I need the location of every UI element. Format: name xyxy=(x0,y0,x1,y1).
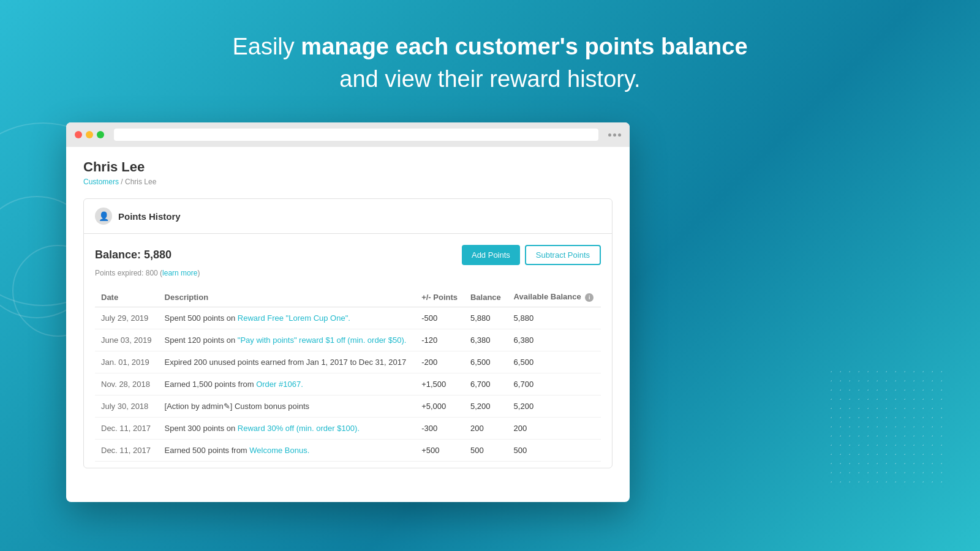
browser-titlebar xyxy=(66,122,630,147)
desc-link[interactable]: Reward Free "Lorem Cup One". xyxy=(238,313,350,323)
hero-line2: and view their reward history. xyxy=(0,63,980,96)
cell-date: Jan. 01, 2019 xyxy=(95,351,159,373)
cell-date: Dec. 11, 2017 xyxy=(95,418,159,440)
table-row: Dec. 11, 2017Spent 300 points on Reward … xyxy=(95,418,601,440)
col-desc: Description xyxy=(159,287,416,307)
browser-dot-yellow xyxy=(86,131,93,138)
table-row: July 30, 2018[Action by admin✎] Custom b… xyxy=(95,395,601,418)
cell-points: +5,000 xyxy=(415,395,464,418)
menu-dot-3 xyxy=(618,133,621,137)
browser-dot-red xyxy=(75,131,82,138)
avail-info-icon: i xyxy=(585,293,594,302)
add-points-button[interactable]: Add Points xyxy=(462,245,520,265)
cell-desc: Spent 500 points on Reward Free "Lorem C… xyxy=(159,307,416,329)
learn-more-link[interactable]: learn more xyxy=(162,269,197,277)
browser-dot-green xyxy=(97,131,104,138)
cell-points: +500 xyxy=(415,440,464,462)
points-table: Date Description +/- Points Balance Avai… xyxy=(95,287,601,462)
subtract-points-button[interactable]: Subtract Points xyxy=(525,245,601,265)
cell-desc: Earned 500 points from Welcome Bonus. xyxy=(159,440,416,462)
table-row: Jan. 01, 2019Expired 200 unused points e… xyxy=(95,351,601,373)
cell-balance: 5,200 xyxy=(464,395,508,418)
cell-desc: Spent 300 points on Reward 30% off (min.… xyxy=(159,418,416,440)
menu-dot-1 xyxy=(608,133,611,137)
desc-link[interactable]: Welcome Bonus. xyxy=(249,446,309,455)
cell-desc: [Action by admin✎] Custom bonus points xyxy=(159,395,416,418)
table-row: June 03, 2019Spent 120 points on "Pay wi… xyxy=(95,329,601,351)
points-btn-group: Add Points Subtract Points xyxy=(462,245,601,265)
cell-balance: 6,380 xyxy=(464,329,508,351)
balance-text: Balance: 5,880 xyxy=(95,249,172,261)
browser-address-bar xyxy=(114,129,598,141)
cell-date: June 03, 2019 xyxy=(95,329,159,351)
cell-avail: 200 xyxy=(508,418,601,440)
cell-avail: 6,380 xyxy=(508,329,601,351)
breadcrumb-current: Chris Lee xyxy=(125,178,156,186)
hero-line1-bold: manage each customer's points balance xyxy=(301,34,747,59)
menu-dot-2 xyxy=(613,133,616,137)
breadcrumb: Customers / Chris Lee xyxy=(83,178,612,186)
breadcrumb-parent[interactable]: Customers xyxy=(83,178,119,186)
browser-window: Chris Lee Customers / Chris Lee 👤 Points… xyxy=(66,122,630,502)
cell-balance: 6,500 xyxy=(464,351,508,373)
table-row: July 29, 2019Spent 500 points on Reward … xyxy=(95,307,601,329)
cell-avail: 5,200 xyxy=(508,395,601,418)
card-title: Points History xyxy=(118,211,181,222)
cell-desc: Earned 1,500 points from Order #1067. xyxy=(159,373,416,395)
hero-line1-normal: Easily xyxy=(232,34,301,59)
card-body: Balance: 5,880 Add Points Subtract Point… xyxy=(84,234,612,468)
table-row: Nov. 28, 2018Earned 1,500 points from Or… xyxy=(95,373,601,395)
cell-date: July 30, 2018 xyxy=(95,395,159,418)
page-title: Chris Lee xyxy=(83,159,612,175)
cell-avail: 6,500 xyxy=(508,351,601,373)
cell-avail: 6,700 xyxy=(508,373,601,395)
browser-content: Chris Lee Customers / Chris Lee 👤 Points… xyxy=(66,147,630,481)
col-balance: Balance xyxy=(464,287,508,307)
desc-link[interactable]: "Pay with points" reward $1 off (min. or… xyxy=(238,335,407,345)
user-icon: 👤 xyxy=(95,208,112,225)
cell-points: -120 xyxy=(415,329,464,351)
cell-avail: 5,880 xyxy=(508,307,601,329)
desc-link[interactable]: Reward 30% off (min. order $100). xyxy=(238,424,360,433)
cell-desc: Expired 200 unused points earned from Ja… xyxy=(159,351,416,373)
hero-section: Easily manage each customer's points bal… xyxy=(0,0,980,96)
points-history-card: 👤 Points History Balance: 5,880 Add Poin… xyxy=(83,198,612,468)
table-row: Dec. 11, 2017Earned 500 points from Welc… xyxy=(95,440,601,462)
cell-balance: 500 xyxy=(464,440,508,462)
col-avail: Available Balance i xyxy=(508,287,601,307)
cell-balance: 200 xyxy=(464,418,508,440)
cell-desc: Spent 120 points on "Pay with points" re… xyxy=(159,329,416,351)
col-points: +/- Points xyxy=(415,287,464,307)
cell-date: July 29, 2019 xyxy=(95,307,159,329)
card-header: 👤 Points History xyxy=(84,199,612,234)
main-container: Chris Lee Customers / Chris Lee 👤 Points… xyxy=(66,122,931,502)
desc-link[interactable]: Order #1067. xyxy=(256,380,303,389)
cell-date: Nov. 28, 2018 xyxy=(95,373,159,395)
cell-date: Dec. 11, 2017 xyxy=(95,440,159,462)
cell-points: -200 xyxy=(415,351,464,373)
balance-row: Balance: 5,880 Add Points Subtract Point… xyxy=(95,245,601,265)
cell-points: +1,500 xyxy=(415,373,464,395)
browser-menu xyxy=(608,133,621,137)
points-expired-text: Points expired: 800 (learn more) xyxy=(95,269,601,277)
cell-points: -300 xyxy=(415,418,464,440)
cell-avail: 500 xyxy=(508,440,601,462)
cell-points: -500 xyxy=(415,307,464,329)
cell-balance: 5,880 xyxy=(464,307,508,329)
cell-balance: 6,700 xyxy=(464,373,508,395)
col-date: Date xyxy=(95,287,159,307)
